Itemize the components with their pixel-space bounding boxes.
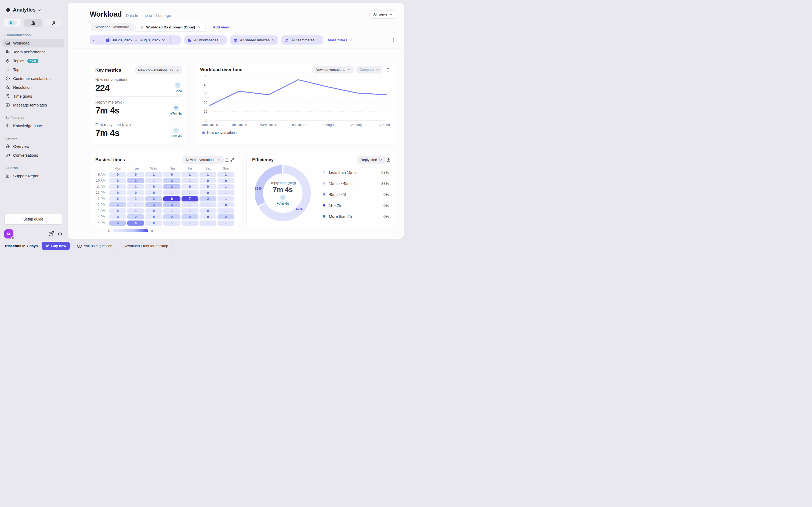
compare-selector[interactable]: Compare <box>356 66 382 73</box>
teammates-filter[interactable]: All teammates <box>282 36 323 45</box>
heatmap-cell[interactable]: 1 <box>163 209 180 214</box>
heatmap-cell[interactable]: 2 <box>145 196 162 202</box>
sidebar-item-resolution[interactable]: Resolution <box>2 83 64 92</box>
date-range-button[interactable]: Jul 28, 2025 → Aug 3, 2025 <box>103 36 168 45</box>
heatmap-cell[interactable]: 0 <box>127 172 144 177</box>
line-metric-selector[interactable]: New conversations <box>313 66 354 73</box>
heatmap-cell[interactable]: 0 <box>145 214 162 219</box>
heatmap-cell[interactable]: 0 <box>182 184 198 189</box>
heatmap-cell[interactable]: 7 <box>182 196 198 202</box>
heatmap-cell[interactable]: 0 <box>109 172 126 177</box>
heatmap-cell[interactable]: 1 <box>182 172 198 177</box>
sidebar-item-tags[interactable]: Tags <box>2 65 64 74</box>
heatmap-cell[interactable]: 0 <box>217 178 235 183</box>
heatmap-cell[interactable]: 2 <box>127 214 144 219</box>
heatmap-cell[interactable]: 1 <box>182 202 198 207</box>
heatmap-cell[interactable]: 2 <box>163 214 180 219</box>
heatmap-cell[interactable]: 0 <box>145 209 162 214</box>
heatmap-cell[interactable]: 0 <box>200 190 216 195</box>
heatmap-cell[interactable]: 0 <box>217 202 235 207</box>
heatmap-cell[interactable]: 2 <box>200 196 216 202</box>
heatmap-cell[interactable]: 4 <box>127 221 144 226</box>
expand-icon[interactable] <box>230 158 235 162</box>
heatmap-cell[interactable]: 0 <box>200 214 216 219</box>
sidebar-item-knowledge-base[interactable]: Knowledge base <box>2 121 64 130</box>
heatmap-cell[interactable]: 1 <box>217 190 235 195</box>
heatmap-cell[interactable]: 1 <box>217 209 235 214</box>
settings-gear-icon[interactable]: ⚙ <box>58 231 62 237</box>
heatmap-cell[interactable]: 0 <box>127 190 144 195</box>
heatmap-cell[interactable]: 1 <box>163 190 180 195</box>
tab-workload-dashboard-copy[interactable]: Workload Dashboard (Copy) ✕ <box>136 23 205 32</box>
heatmap-cell[interactable]: 2 <box>217 214 235 219</box>
sidebar-item-overview[interactable]: Overview <box>2 142 64 151</box>
shared-inboxes-filter[interactable]: All shared inboxes <box>230 36 278 45</box>
heatmap-cell[interactable]: 1 <box>182 209 198 214</box>
heatmap-cell[interactable]: 1 <box>217 172 235 177</box>
close-icon[interactable]: ✕ <box>198 25 201 29</box>
heatmap-cell[interactable]: 8 <box>163 196 180 202</box>
workspaces-filter[interactable]: All workspaces <box>184 36 226 45</box>
heatmap-cell[interactable]: 1 <box>127 202 144 207</box>
heatmap-cell[interactable]: 2 <box>182 214 198 219</box>
sidebar-item-team-performance[interactable]: Team performance <box>2 48 64 56</box>
heatmap-cell[interactable]: 3 <box>163 202 180 207</box>
heatmap-cell[interactable]: 0 <box>109 190 126 195</box>
heatmap-cell[interactable]: 1 <box>127 184 144 189</box>
key-metrics-selector[interactable]: New conversations, +2 <box>135 66 182 74</box>
tab-workload-dashboard[interactable]: Workload Dashboard <box>91 23 134 31</box>
heatmap-cell[interactable]: 1 <box>200 202 216 207</box>
heatmap-cell[interactable]: 2 <box>109 202 126 207</box>
scope-company-toggle[interactable] <box>24 19 42 27</box>
scope-personal-toggle[interactable] <box>45 19 63 27</box>
heatmap-cell[interactable]: 1 <box>145 178 162 183</box>
heatmap-cell[interactable]: 0 <box>145 184 162 189</box>
heatmap-cell[interactable]: 0 <box>163 172 180 177</box>
heatmap-cell[interactable]: 0 <box>109 196 126 202</box>
ask-question-button[interactable]: ? Ask us a question <box>73 242 116 250</box>
add-view-button[interactable]: Add view <box>213 25 229 29</box>
scope-team-toggle[interactable]: S <box>4 19 22 27</box>
heatmap-cell[interactable]: 1 <box>182 178 198 183</box>
heatmap-cell[interactable]: 0 <box>109 184 126 189</box>
help-icon[interactable] <box>48 231 53 237</box>
sidebar-item-support-report[interactable]: Support Report <box>2 171 64 180</box>
heatmap-cell[interactable]: 1 <box>145 172 162 177</box>
download-desktop-button[interactable]: Download Front for desktop <box>120 242 172 250</box>
all-views-dropdown[interactable]: All views <box>369 10 396 18</box>
heatmap-cell[interactable]: 3 <box>127 178 144 183</box>
more-filters-button[interactable]: More filters <box>328 38 352 42</box>
heatmap-cell[interactable]: 1 <box>217 184 235 189</box>
heatmap-cell[interactable]: 1 <box>217 196 235 202</box>
sidebar-item-conversations[interactable]: Conversations <box>2 151 64 160</box>
heatmap-cell[interactable]: 0 <box>200 209 216 214</box>
export-icon[interactable] <box>387 158 391 162</box>
heatmap-cell[interactable]: 1 <box>200 221 216 226</box>
date-next-button[interactable]: › <box>173 36 181 45</box>
workspace-switcher[interactable]: Analytics <box>0 0 66 13</box>
sidebar-item-message-templates[interactable]: Message templates <box>2 101 64 109</box>
heatmap-cell[interactable]: 3 <box>109 221 126 226</box>
export-icon[interactable] <box>225 158 229 162</box>
heatmap-cell[interactable]: 3 <box>145 202 162 207</box>
heatmap-cell[interactable]: 3 <box>163 184 180 189</box>
heatmap-cell[interactable]: 0 <box>109 214 126 219</box>
heatmap-metric-selector[interactable]: New conversations <box>183 156 224 164</box>
heatmap-cell[interactable]: 0 <box>200 184 216 189</box>
heatmap-cell[interactable]: 1 <box>182 190 198 195</box>
export-icon[interactable] <box>386 68 390 72</box>
setup-guide-button[interactable]: Setup guide <box>4 214 62 225</box>
heatmap-cell[interactable]: 1 <box>182 221 198 226</box>
heatmap-cell[interactable]: 0 <box>145 190 162 195</box>
heatmap-cell[interactable]: 1 <box>217 221 235 226</box>
heatmap-cell[interactable]: 0 <box>200 178 216 183</box>
heatmap-cell[interactable]: 0 <box>109 209 126 214</box>
heatmap-cell[interactable]: 0 <box>109 178 126 183</box>
user-avatar[interactable]: SL <box>4 229 13 238</box>
overflow-menu-icon[interactable] <box>392 36 396 44</box>
buy-now-button[interactable]: Buy now <box>42 242 70 250</box>
heatmap-cell[interactable]: 2 <box>163 178 180 183</box>
sidebar-item-customer-satisfaction[interactable]: Customer satisfaction <box>2 74 64 83</box>
heatmap-cell[interactable]: 1 <box>127 209 144 214</box>
heatmap-cell[interactable]: 0 <box>145 221 162 226</box>
